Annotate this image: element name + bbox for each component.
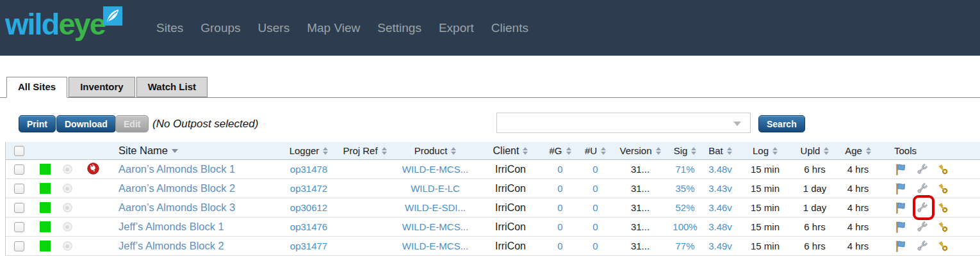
nav-item-export[interactable]: Export bbox=[439, 21, 474, 35]
header-age[interactable]: Age bbox=[837, 142, 879, 159]
power-plug-alert-icon[interactable] bbox=[87, 162, 99, 177]
logger-link[interactable]: op31478 bbox=[290, 164, 327, 175]
signal-link[interactable]: 35% bbox=[675, 183, 694, 194]
header-upld[interactable]: Upld bbox=[792, 142, 837, 159]
wrench-tool-button-highlighted[interactable] bbox=[915, 202, 928, 214]
age-value: 4 hrs bbox=[847, 183, 869, 194]
sites-table: Site Name Logger Proj Ref Product Client… bbox=[5, 142, 980, 256]
key-tool-button[interactable] bbox=[936, 240, 949, 253]
product-link[interactable]: WILD-E-MCS... bbox=[402, 221, 468, 232]
eye-icon[interactable] bbox=[63, 164, 72, 174]
nav-item-clients[interactable]: Clients bbox=[491, 21, 528, 35]
tab-all-sites[interactable]: All Sites bbox=[6, 77, 67, 98]
nav-item-map-view[interactable]: Map View bbox=[307, 21, 360, 35]
row-checkbox[interactable] bbox=[14, 222, 24, 232]
site-name-link[interactable]: Aaron’s Almonds Block 3 bbox=[118, 202, 235, 214]
site-name-link[interactable]: Aaron’s Almonds Block 2 bbox=[118, 182, 235, 194]
header-site-name[interactable]: Site Name bbox=[107, 142, 280, 159]
select-all-checkbox[interactable] bbox=[14, 146, 24, 156]
product-link[interactable]: WILD-E-MCS... bbox=[402, 164, 468, 175]
logo-text-eye: eye bbox=[58, 4, 104, 45]
g-count-link[interactable]: 0 bbox=[557, 241, 562, 251]
header-g[interactable]: #G bbox=[543, 142, 578, 159]
nav-item-settings[interactable]: Settings bbox=[377, 21, 421, 35]
key-tool-button[interactable] bbox=[936, 202, 949, 214]
download-button[interactable]: Download bbox=[56, 115, 116, 132]
key-icon bbox=[936, 240, 949, 253]
nav-item-sites[interactable]: Sites bbox=[156, 21, 183, 35]
u-count-link[interactable]: 0 bbox=[592, 202, 598, 213]
tab-watch-list[interactable]: Watch List bbox=[136, 77, 208, 97]
header-proj-ref[interactable]: Proj Ref bbox=[338, 142, 392, 159]
print-button[interactable]: Print bbox=[19, 115, 56, 132]
signal-link[interactable]: 52% bbox=[675, 202, 694, 213]
header-product[interactable]: Product bbox=[392, 142, 478, 159]
outpost-filter-dropdown[interactable] bbox=[496, 113, 751, 133]
row-checkbox[interactable] bbox=[14, 203, 24, 213]
header-client[interactable]: Client bbox=[478, 142, 543, 159]
eye-column-header bbox=[56, 142, 79, 159]
g-count-link[interactable]: 0 bbox=[557, 202, 562, 213]
logger-link[interactable]: op31477 bbox=[290, 241, 327, 251]
header-sig[interactable]: Sig bbox=[667, 142, 703, 159]
flag-tool-button[interactable] bbox=[894, 202, 907, 214]
wrench-tool-button[interactable] bbox=[915, 163, 928, 176]
g-count-link[interactable]: 0 bbox=[557, 183, 562, 194]
nav-item-groups[interactable]: Groups bbox=[200, 21, 240, 35]
battery-link[interactable]: 3.46v bbox=[708, 202, 732, 213]
sort-desc-icon bbox=[172, 149, 178, 153]
wrench-tool-button[interactable] bbox=[915, 221, 928, 233]
header-log[interactable]: Log bbox=[738, 142, 792, 159]
header-logger[interactable]: Logger bbox=[280, 142, 338, 159]
key-tool-button[interactable] bbox=[936, 221, 949, 233]
battery-link[interactable]: 3.48v bbox=[708, 221, 732, 232]
product-link[interactable]: WILD-E-MCS... bbox=[402, 241, 468, 251]
g-count-link[interactable]: 0 bbox=[557, 164, 562, 175]
flag-tool-button[interactable] bbox=[894, 221, 907, 233]
tab-inventory[interactable]: Inventory bbox=[69, 77, 135, 97]
wildeye-logo[interactable]: wild eye bbox=[5, 4, 122, 45]
row-checkbox[interactable] bbox=[14, 164, 24, 175]
u-count-link[interactable]: 0 bbox=[592, 221, 598, 232]
eye-icon[interactable] bbox=[63, 184, 72, 193]
logger-link[interactable]: op30612 bbox=[290, 202, 327, 213]
eye-icon[interactable] bbox=[63, 241, 72, 251]
site-name-link[interactable]: Jeff’s Almonds Block 1 bbox=[118, 221, 224, 233]
sort-icon bbox=[382, 147, 387, 155]
wrench-icon bbox=[915, 182, 928, 195]
flag-tool-button[interactable] bbox=[894, 240, 907, 253]
signal-link[interactable]: 71% bbox=[675, 164, 694, 175]
site-name-link[interactable]: Jeff’s Almonds Block 2 bbox=[118, 240, 224, 252]
header-version[interactable]: Version bbox=[613, 142, 667, 159]
flag-tool-button[interactable] bbox=[894, 182, 907, 195]
battery-link[interactable]: 3.43v bbox=[708, 183, 732, 194]
row-checkbox[interactable] bbox=[14, 241, 24, 251]
u-count-link[interactable]: 0 bbox=[592, 241, 598, 251]
header-u[interactable]: #U bbox=[578, 142, 613, 159]
search-button[interactable]: Search bbox=[758, 115, 805, 132]
key-tool-button[interactable] bbox=[936, 182, 949, 195]
battery-link[interactable]: 3.48v bbox=[708, 164, 732, 175]
u-count-link[interactable]: 0 bbox=[592, 183, 598, 194]
site-name-link[interactable]: Aaron’s Almonds Block 1 bbox=[118, 163, 235, 175]
g-count-link[interactable]: 0 bbox=[557, 221, 562, 232]
wrench-tool-button[interactable] bbox=[915, 182, 928, 195]
product-link[interactable]: WILD-E-LC bbox=[411, 183, 460, 194]
key-tool-button[interactable] bbox=[936, 163, 949, 176]
nav-item-users[interactable]: Users bbox=[258, 21, 290, 35]
status-ok-indicator bbox=[40, 202, 51, 213]
eye-icon[interactable] bbox=[63, 203, 72, 212]
row-checkbox[interactable] bbox=[14, 184, 24, 194]
sort-icon bbox=[691, 147, 696, 155]
flag-tool-button[interactable] bbox=[894, 163, 907, 176]
wrench-tool-button[interactable] bbox=[915, 240, 928, 253]
signal-link[interactable]: 77% bbox=[675, 241, 694, 251]
u-count-link[interactable]: 0 bbox=[592, 164, 598, 175]
product-link[interactable]: WILD-E-SDI... bbox=[405, 202, 466, 213]
eye-icon[interactable] bbox=[63, 222, 72, 232]
header-bat[interactable]: Bat bbox=[703, 142, 738, 159]
logger-link[interactable]: op31472 bbox=[290, 183, 327, 194]
battery-link[interactable]: 3.49v bbox=[708, 241, 732, 251]
signal-link[interactable]: 100% bbox=[673, 221, 697, 232]
logger-link[interactable]: op31476 bbox=[290, 221, 327, 232]
